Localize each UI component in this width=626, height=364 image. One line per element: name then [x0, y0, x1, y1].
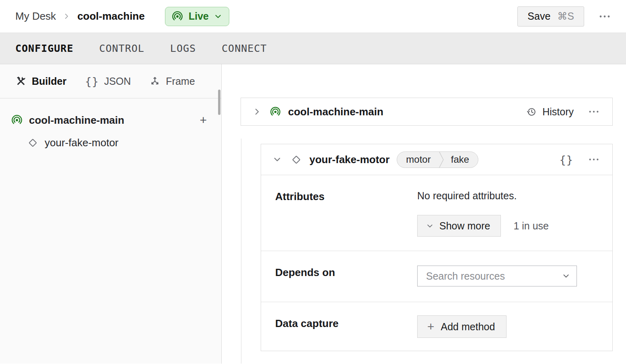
attributes-label: Attributes: [261, 175, 417, 251]
depends-on-label: Depends on: [261, 251, 417, 302]
component-card-title: your-fake-motor: [309, 153, 389, 166]
attributes-in-use-count: 1 in use: [513, 220, 549, 232]
depends-on-select: [417, 266, 577, 286]
add-method-label: Add method: [441, 321, 495, 333]
tree-component-label: your-fake-motor: [45, 137, 119, 149]
component-card-header: your-fake-motor motor fake {}: [261, 144, 612, 175]
component-diamond-icon: [27, 137, 38, 148]
tab-logs[interactable]: LOGS: [170, 43, 196, 54]
mode-builder-label: Builder: [32, 76, 66, 87]
component-json-button[interactable]: {}: [559, 153, 573, 166]
search-resources-input[interactable]: [417, 266, 577, 286]
component-diamond-icon: [291, 154, 302, 165]
braces-icon: {}: [85, 75, 99, 88]
frame-axes-icon: [149, 76, 161, 87]
mode-frame-label: Frame: [166, 76, 195, 87]
history-button[interactable]: History: [526, 106, 574, 118]
tree-part-label: cool-machine-main: [29, 114, 124, 127]
breadcrumb-machine-name: cool-machine: [77, 10, 145, 22]
tab-control[interactable]: CONTROL: [99, 43, 144, 54]
part-overflow-menu-button[interactable]: [587, 107, 600, 116]
attributes-section: Attributes No required attributes. Show …: [261, 175, 612, 251]
config-main-panel: cool-machine-main History: [222, 64, 626, 364]
header-overflow-menu-button[interactable]: [598, 12, 612, 21]
machine-status-dropdown[interactable]: Live: [165, 7, 229, 26]
live-status-label: Live: [189, 10, 209, 22]
add-resource-button[interactable]: +: [200, 114, 207, 126]
breadcrumb-my-desk[interactable]: My Desk: [15, 10, 56, 22]
tab-connect[interactable]: CONNECT: [222, 43, 267, 54]
plus-icon: +: [427, 321, 434, 333]
badge-divider-icon: [439, 152, 445, 168]
tab-bar: CONFIGURE CONTROL LOGS CONNECT: [0, 33, 626, 64]
save-label: Save: [527, 10, 550, 22]
save-button[interactable]: Save ⌘S: [517, 6, 584, 27]
machine-part-icon: [11, 115, 23, 126]
depends-on-section: Depends on: [261, 251, 612, 302]
attributes-empty-text: No required attributes.: [417, 190, 588, 202]
breadcrumb: My Desk cool-machine: [15, 10, 145, 22]
resource-tree: cool-machine-main + your-fake-motor: [0, 98, 221, 154]
tab-configure[interactable]: CONFIGURE: [15, 43, 73, 54]
breadcrumb-chevron-icon: [63, 13, 70, 20]
tree-guide-line: [241, 139, 241, 364]
config-sidebar: Builder {} JSON Frame: [0, 64, 222, 364]
badge-model: fake: [445, 152, 478, 168]
mode-json-label: JSON: [104, 76, 131, 87]
component-type-badge: motor fake: [397, 151, 478, 168]
chevron-down-icon: [214, 13, 222, 20]
chevron-down-icon: [426, 223, 433, 229]
history-clock-icon: [526, 106, 537, 117]
tree-item-component[interactable]: your-fake-motor: [0, 131, 221, 154]
part-card-title: cool-machine-main: [288, 106, 383, 118]
show-more-button[interactable]: Show more: [417, 215, 501, 237]
mode-builder[interactable]: Builder: [15, 76, 66, 87]
mode-frame[interactable]: Frame: [149, 76, 195, 87]
sidebar-scrollbar-thumb[interactable]: [218, 90, 220, 115]
view-mode-switcher: Builder {} JSON Frame: [0, 64, 221, 98]
data-capture-label: Data capture: [261, 302, 417, 351]
show-more-label: Show more: [439, 220, 490, 232]
top-header: My Desk cool-machine Live Save ⌘S: [0, 0, 626, 33]
add-method-button[interactable]: + Add method: [417, 315, 507, 338]
viam-live-icon: [172, 11, 183, 22]
part-expand-chevron-icon[interactable]: [253, 108, 261, 116]
component-overflow-menu-button[interactable]: [587, 155, 600, 164]
part-card: cool-machine-main History: [241, 98, 613, 126]
component-collapse-chevron-icon[interactable]: [273, 155, 281, 164]
history-label: History: [542, 106, 574, 118]
tree-item-part[interactable]: cool-machine-main +: [0, 109, 221, 131]
builder-tools-icon: [15, 76, 27, 87]
component-card: your-fake-motor motor fake {} At: [261, 144, 613, 351]
badge-type: motor: [397, 152, 439, 168]
machine-part-icon: [270, 106, 281, 117]
save-shortcut-hint: ⌘S: [557, 10, 574, 22]
mode-json[interactable]: {} JSON: [85, 75, 131, 88]
data-capture-section: Data capture + Add method: [261, 302, 612, 351]
